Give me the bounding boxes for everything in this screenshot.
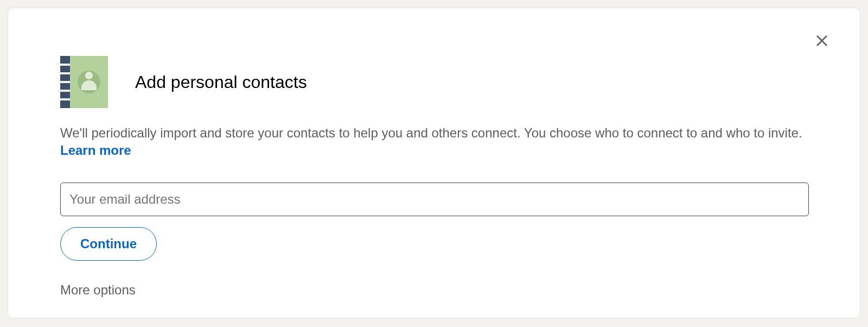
modal-description: We'll periodically import and store your… [60, 124, 809, 160]
continue-button[interactable]: Continue [60, 227, 157, 261]
description-text: We'll periodically import and store your… [60, 125, 802, 140]
close-icon [814, 33, 829, 48]
close-button[interactable] [811, 30, 833, 52]
address-book-icon [60, 56, 108, 108]
learn-more-link[interactable]: Learn more [60, 143, 131, 158]
email-input[interactable] [60, 183, 809, 216]
modal-header: Add personal contacts [60, 56, 809, 108]
more-options-button[interactable]: More options [60, 282, 136, 298]
modal-title: Add personal contacts [135, 72, 307, 92]
avatar-icon [78, 71, 100, 93]
add-contacts-modal: Add personal contacts We'll periodically… [8, 8, 860, 318]
